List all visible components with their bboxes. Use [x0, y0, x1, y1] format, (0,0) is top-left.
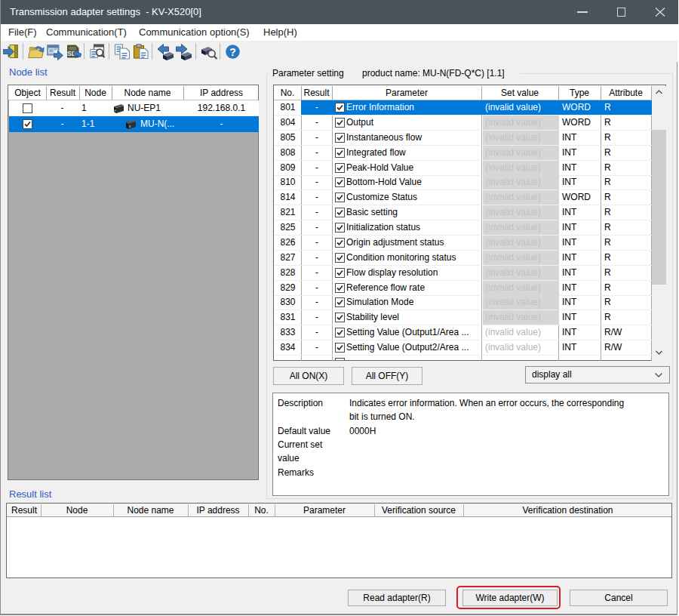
svg-text:?: ? — [229, 46, 236, 58]
